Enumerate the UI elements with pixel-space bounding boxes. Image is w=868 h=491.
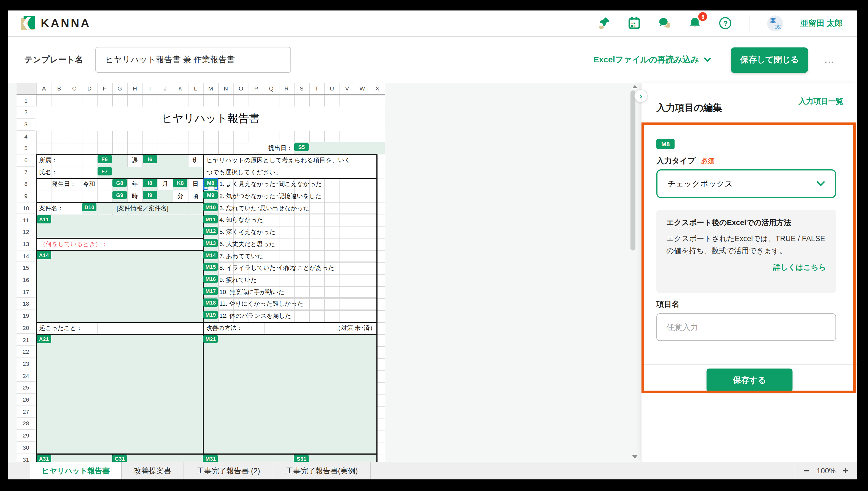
selected-cell-badge: M8 bbox=[656, 139, 675, 149]
label-month-suffix: 月 bbox=[158, 178, 173, 190]
save-and-close-button[interactable]: 保存して閉じる bbox=[731, 47, 808, 73]
sheet-tab-4[interactable]: 工事完了報告書(実例) bbox=[273, 462, 371, 480]
input-field-badge-F6[interactable]: F6 bbox=[97, 155, 112, 163]
scrollbar-thumb[interactable] bbox=[630, 90, 636, 251]
column-header-W: W bbox=[354, 83, 370, 95]
zoom-in-button[interactable]: + bbox=[843, 466, 848, 475]
label-section-suffix: 課 bbox=[127, 154, 143, 166]
column-header-J: J bbox=[158, 83, 173, 95]
row-header-21: 21 bbox=[17, 334, 35, 346]
input-type-value: チェックボックス bbox=[668, 178, 733, 189]
input-field-badge-I8[interactable]: I8 bbox=[143, 179, 157, 187]
gridline bbox=[97, 322, 97, 334]
gridline bbox=[264, 322, 264, 334]
template-toolbar: テンプレート名 ヒヤリハット報告書 兼 作業報告書 Excelファイルの再読み込… bbox=[8, 36, 857, 83]
user-name[interactable]: 亜留田 太郎 bbox=[801, 18, 843, 28]
item-name-input[interactable]: 任意入力 bbox=[656, 313, 836, 341]
label-improvement: 改善の方法： bbox=[206, 322, 243, 334]
excel-reload-link[interactable]: Excelファイルの再読み込み bbox=[593, 55, 711, 65]
row-header-7: 7 bbox=[17, 166, 35, 178]
checklist-item: 8. イライラしていた･心配なことがあった bbox=[203, 262, 377, 274]
input-field-badge-K8[interactable]: K8 bbox=[173, 179, 188, 187]
input-field-badge-A31[interactable]: A31 bbox=[37, 454, 51, 462]
excel-usage-info-card: エクスポート後のExcelでの活用方法 エクスポートされたExcelでは、TRU… bbox=[656, 210, 836, 293]
input-field-badge-I9[interactable]: I9 bbox=[143, 191, 157, 199]
more-menu-button[interactable]: ... bbox=[825, 55, 835, 64]
table-border bbox=[36, 453, 377, 454]
label-person-name: 氏名： bbox=[39, 166, 57, 178]
label-day-suffix: 日 bbox=[188, 178, 203, 190]
save-button[interactable]: 保存する bbox=[707, 369, 793, 392]
input-field-badge-M10[interactable]: M10 bbox=[204, 203, 218, 211]
site-pin-icon[interactable] bbox=[597, 16, 612, 30]
input-field-badge-M31[interactable]: M31 bbox=[204, 454, 218, 462]
kanna-logo-icon bbox=[21, 16, 36, 31]
main-area: 1. よく見えなかった･聞こえなかった2. 気がつかなかった･記憶違いをした3.… bbox=[8, 83, 857, 462]
row-header-11: 11 bbox=[17, 214, 35, 226]
kanna-logo[interactable]: KANNA bbox=[21, 16, 91, 31]
calendar-icon[interactable] bbox=[627, 16, 642, 30]
row-header-14: 14 bbox=[17, 250, 35, 262]
sheet-tab-bar: ヒヤリハット報告書改善提案書工事完了報告書 (2)工事完了報告書(実例) − 1… bbox=[8, 462, 857, 480]
cell-fill bbox=[97, 166, 203, 178]
row-header-22: 22 bbox=[17, 346, 35, 358]
instruction-text: ヒヤリハットの原因として考えられる項目を、いく bbox=[207, 154, 351, 166]
panel-collapse-button[interactable]: › bbox=[634, 89, 648, 103]
input-field-badge-M11[interactable]: M11 bbox=[204, 215, 218, 223]
column-header-T: T bbox=[309, 83, 324, 95]
scroll-down-icon[interactable] bbox=[632, 455, 638, 458]
selected-cell-handle[interactable] bbox=[207, 186, 215, 190]
input-field-badge-M9[interactable]: M9 bbox=[204, 191, 218, 199]
input-field-badge-S31[interactable]: S31 bbox=[294, 454, 309, 462]
panel-divider bbox=[642, 126, 857, 126]
checklist-item: 11. やりにくかった難しかった bbox=[203, 298, 377, 310]
sheet-tab-2[interactable]: 改善提案書 bbox=[122, 462, 184, 480]
input-field-badge-M21[interactable]: M21 bbox=[204, 335, 218, 343]
input-field-badge-M12[interactable]: M12 bbox=[204, 227, 218, 235]
input-field-badge-G9[interactable]: G9 bbox=[113, 191, 127, 199]
label-year-suffix: 年 bbox=[127, 178, 143, 190]
row-header-6: 6 bbox=[17, 154, 35, 166]
scroll-up-icon[interactable] bbox=[632, 85, 638, 88]
input-field-badge-M17[interactable]: M17 bbox=[204, 287, 218, 295]
bell-icon[interactable]: 8 bbox=[688, 16, 703, 30]
input-field-badge-S5[interactable]: S5 bbox=[294, 143, 309, 151]
input-field-badge-I6[interactable]: I6 bbox=[143, 155, 157, 163]
column-header-U: U bbox=[324, 83, 340, 95]
chat-icon[interactable] bbox=[658, 16, 672, 30]
input-field-badge-M19[interactable]: M19 bbox=[204, 311, 218, 319]
column-header-Q: Q bbox=[264, 83, 279, 95]
input-field-badge-G31[interactable]: G31 bbox=[113, 454, 127, 462]
top-header: KANNA bbox=[8, 10, 857, 36]
info-card-title: エクスポート後のExcelでの活用方法 bbox=[666, 218, 826, 228]
header-divider bbox=[750, 16, 750, 31]
vertical-scrollbar[interactable] bbox=[629, 83, 639, 462]
panel-divider bbox=[642, 364, 857, 365]
toolbar-actions: Excelファイルの再読み込み 保存して閉じる ... bbox=[593, 47, 857, 73]
input-field-badge-M13[interactable]: M13 bbox=[204, 239, 218, 247]
details-link[interactable]: 詳しくはこちら bbox=[666, 262, 826, 272]
input-field-badge-A14[interactable]: A14 bbox=[37, 251, 51, 259]
row-header-4: 4 bbox=[17, 131, 35, 142]
avatar[interactable]: 亜 太 bbox=[768, 15, 783, 31]
input-type-select[interactable]: チェックボックス bbox=[656, 169, 836, 198]
sheet-tab-3[interactable]: 工事完了報告書 (2) bbox=[184, 462, 273, 480]
input-field-badge-A11[interactable]: A11 bbox=[37, 215, 51, 223]
input-field-badge-F7[interactable]: F7 bbox=[97, 167, 112, 175]
template-name-input[interactable]: ヒヤリハット報告書 兼 作業報告書 bbox=[95, 47, 291, 73]
column-header-H: H bbox=[127, 83, 143, 95]
screenshot-frame: KANNA bbox=[0, 0, 868, 491]
row-header-20: 20 bbox=[17, 322, 35, 334]
input-field-badge-A21[interactable]: A21 bbox=[37, 335, 51, 343]
panel-title: 入力項目の編集 bbox=[656, 102, 722, 114]
zoom-out-button[interactable]: − bbox=[804, 466, 810, 475]
sheet-tab-1[interactable]: ヒヤリハット報告書 bbox=[30, 462, 122, 480]
input-field-badge-G8[interactable]: G8 bbox=[113, 179, 127, 187]
input-field-badge-M14[interactable]: M14 bbox=[204, 251, 218, 259]
input-field-badge-M18[interactable]: M18 bbox=[204, 299, 218, 307]
input-field-badge-M15[interactable]: M15 bbox=[204, 263, 218, 271]
help-icon[interactable]: ? bbox=[718, 16, 733, 30]
input-item-list-link[interactable]: 入力項目一覧 bbox=[799, 96, 843, 107]
input-field-badge-M16[interactable]: M16 bbox=[204, 275, 218, 283]
column-header-M: M bbox=[203, 83, 218, 95]
